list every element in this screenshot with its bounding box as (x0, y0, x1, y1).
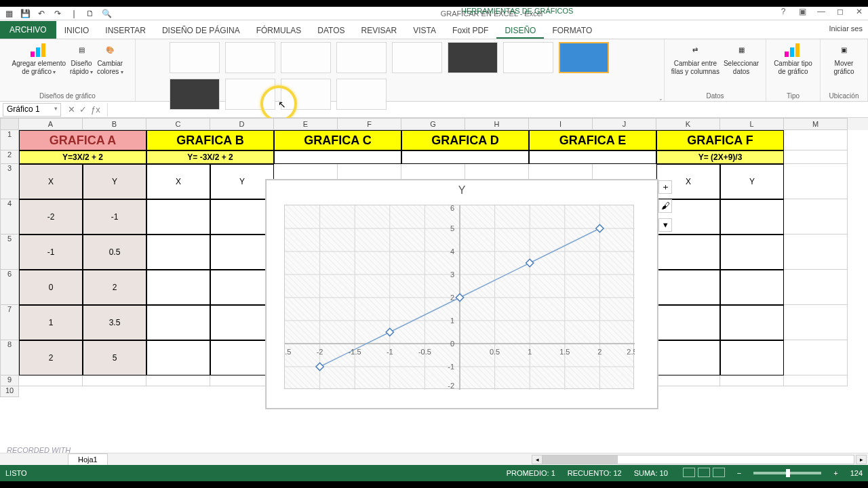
minimize-icon[interactable]: — (815, 7, 827, 16)
chart-title[interactable]: Y (267, 180, 657, 197)
switch-row-col-button[interactable]: ⇄ Cambiar entre filas y columnas (671, 42, 719, 75)
scroll-left-icon[interactable]: ◂ (532, 455, 542, 464)
save-icon[interactable]: 💾 (20, 9, 30, 18)
close-icon[interactable]: ✕ (853, 7, 865, 16)
cell-grafica-a[interactable]: GRAFICA A (19, 130, 146, 150)
tab-page-layout[interactable]: DISEÑO DE PÁGINA (154, 22, 248, 39)
col-K[interactable]: K (656, 118, 720, 130)
row-1[interactable]: 1 (0, 130, 19, 150)
tab-insert[interactable]: INSERTAR (97, 22, 154, 39)
cell-B3[interactable]: Y (83, 164, 146, 199)
cell-grafica-c[interactable]: GRAFICA C (274, 130, 401, 150)
name-box[interactable]: Gráfico 1 (3, 103, 61, 117)
col-C[interactable]: C (146, 118, 210, 130)
col-J[interactable]: J (593, 118, 656, 130)
sheet-tab-hoja1[interactable]: Hoja1 (68, 453, 108, 465)
zoom-out-icon[interactable]: − (737, 469, 741, 477)
undo-icon[interactable]: ↶ (37, 9, 46, 18)
change-chart-type-button[interactable]: Cambiar tipo de gráfico (774, 42, 812, 75)
cell-eq-e[interactable] (529, 150, 656, 164)
row-8[interactable]: 8 (0, 340, 19, 375)
chart-style-5[interactable] (392, 42, 442, 73)
cell-grafica-b[interactable]: GRAFICA B (146, 130, 274, 150)
cell-B6[interactable]: 2 (83, 270, 146, 305)
col-A[interactable]: A (19, 118, 83, 130)
col-F[interactable]: F (338, 118, 401, 130)
cell-B5[interactable]: 0.5 (83, 235, 146, 270)
col-H[interactable]: H (465, 118, 529, 130)
move-chart-button[interactable]: ▣ Mover gráfico (833, 42, 854, 75)
redo-icon[interactable]: ↷ (53, 9, 62, 18)
chart-style-2[interactable] (225, 42, 275, 73)
chart-filter-button[interactable]: ▾ (658, 218, 672, 232)
tab-file[interactable]: ARCHIVO (0, 21, 56, 39)
quick-layout-button[interactable]: ▤ Diseño rápido (70, 42, 93, 75)
tab-data[interactable]: DATOS (309, 22, 353, 39)
cell-C3[interactable]: X (146, 164, 210, 199)
cell-B7[interactable]: 3.5 (83, 305, 146, 340)
add-chart-element-button[interactable]: Agregar elemento de gráfico (12, 42, 66, 75)
row-5[interactable]: 5 (0, 235, 19, 270)
chart-style-12[interactable] (336, 79, 387, 110)
cell-L3[interactable]: Y (720, 164, 784, 199)
col-E[interactable]: E (274, 118, 338, 130)
chart-style-1[interactable] (170, 42, 220, 73)
help-icon[interactable]: ? (777, 7, 789, 16)
col-I[interactable]: I (529, 118, 593, 130)
change-colors-button[interactable]: 🎨 Cambiar colores (97, 42, 123, 75)
col-L[interactable]: L (720, 118, 784, 130)
enter-icon[interactable]: ✓ (79, 104, 87, 115)
preview-icon[interactable]: 🔍 (102, 9, 111, 18)
cell-M2[interactable] (784, 150, 848, 164)
new-icon[interactable]: 🗋 (85, 9, 95, 18)
chart-object[interactable]: Y (266, 180, 658, 409)
zoom-value[interactable]: 124 (850, 469, 863, 477)
cell-grafica-e[interactable]: GRAFICA E (529, 130, 656, 150)
chart-style-7[interactable] (503, 42, 553, 73)
cell-eq-b[interactable]: Y= -3X/2 + 2 (146, 150, 274, 164)
chart-style-11[interactable] (281, 79, 331, 110)
select-all-cell[interactable] (0, 118, 19, 130)
cell-eq-f[interactable]: Y= (2X+9)/3 (656, 150, 784, 164)
sign-in-link[interactable]: Iniciar ses (829, 24, 863, 33)
cell-B4[interactable]: -1 (83, 199, 146, 235)
col-M[interactable]: M (784, 118, 848, 130)
cell-D3[interactable]: Y (210, 164, 274, 199)
cell-A6[interactable]: 0 (19, 270, 83, 305)
ribbon-collapse-icon[interactable]: ▣ (796, 7, 808, 16)
cell-grafica-f[interactable]: GRAFICA F (656, 130, 784, 150)
cell-A7[interactable]: 1 (19, 305, 83, 340)
row-4[interactable]: 4 (0, 199, 19, 235)
zoom-slider[interactable] (753, 472, 821, 474)
cell-grafica-d[interactable]: GRAFICA D (401, 130, 529, 150)
cell-B8[interactable]: 5 (83, 340, 146, 375)
hscroll-track[interactable] (542, 455, 854, 464)
scroll-right-icon[interactable]: ▸ (856, 455, 867, 464)
chart-brush-button[interactable]: 🖌 (658, 199, 672, 213)
chart-style-10[interactable] (225, 79, 275, 110)
tab-home[interactable]: INICIO (56, 22, 98, 39)
tab-review[interactable]: REVISAR (353, 22, 406, 39)
chart-style-9[interactable] (170, 79, 220, 110)
cell-A3[interactable]: X (19, 164, 83, 199)
restore-icon[interactable]: ◻ (834, 7, 846, 16)
gallery-expand-icon[interactable]: ⌄ (658, 96, 664, 101)
row-2[interactable]: 2 (0, 150, 19, 164)
fx-icon[interactable]: ƒx (91, 104, 100, 115)
col-D[interactable]: D (210, 118, 274, 130)
row-6[interactable]: 6 (0, 270, 19, 305)
zoom-in-icon[interactable]: + (833, 469, 837, 477)
chart-plus-button[interactable]: ＋ (658, 180, 672, 194)
cancel-icon[interactable]: ✕ (68, 104, 75, 115)
tab-formulas[interactable]: FÓRMULAS (248, 22, 310, 39)
cell-A8[interactable]: 2 (19, 340, 83, 375)
tab-foxit[interactable]: Foxit PDF (444, 22, 496, 39)
chart-style-4[interactable] (336, 42, 387, 73)
plot-area[interactable]: 654 321 0-1-2 -2.5-2-1.5 -1-0.5 0.511.5 … (284, 205, 634, 389)
hscroll-thumb[interactable] (543, 455, 618, 464)
row-3[interactable]: 3 (0, 164, 19, 199)
chart-style-6[interactable] (448, 42, 498, 73)
select-data-button[interactable]: ▦ Seleccionar datos (724, 42, 759, 75)
tab-format[interactable]: FORMATO (544, 22, 600, 39)
row-10[interactable]: 10 (0, 386, 19, 397)
